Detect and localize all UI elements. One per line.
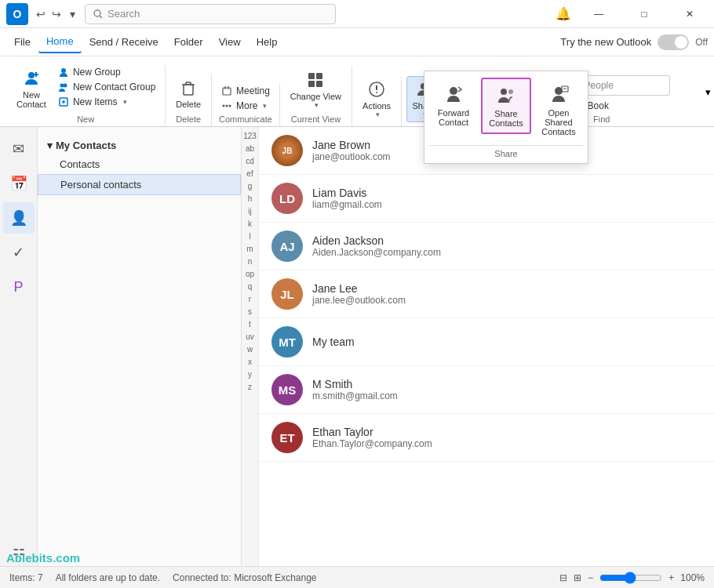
contact-item-3[interactable]: AJAiden JacksonAiden.Jackson@company.com [259, 223, 714, 270]
nav-tasks-icon[interactable]: ✓ [3, 237, 35, 268]
contact-avatar: MT [271, 326, 303, 358]
svg-point-43 [450, 87, 457, 95]
svg-rect-24 [308, 81, 315, 87]
svg-point-45 [508, 89, 513, 94]
sidebar-personal-contacts-item[interactable]: Personal contacts [38, 174, 241, 195]
new-items-button[interactable]: New Items ▾ [53, 95, 160, 109]
menu-view[interactable]: View [211, 31, 249, 53]
menu-folder[interactable]: Folder [166, 31, 211, 53]
my-contacts-chevron-icon: ▾ [47, 140, 53, 151]
index-w[interactable]: w [242, 343, 258, 356]
svg-rect-16 [223, 88, 231, 95]
contact-avatar: ET [271, 422, 303, 453]
index-ij[interactable]: ij [242, 205, 258, 218]
quick-access-dropdown[interactable]: ▾ [66, 8, 78, 20]
menubar: File Home Send / Receive Folder View Hel… [0, 28, 714, 56]
menu-help[interactable]: Help [249, 31, 286, 53]
index-r[interactable]: r [242, 293, 258, 306]
index-op[interactable]: op [242, 268, 258, 281]
open-shared-contacts-button[interactable]: Open Shared Contacts [534, 78, 583, 142]
actions-button[interactable]: Actions ▾ [357, 76, 396, 122]
zoom-minus-button[interactable]: − [588, 572, 593, 583]
change-view-button[interactable]: Change View ▾ [285, 67, 347, 113]
index-y[interactable]: y [242, 368, 258, 381]
share-dropdown-buttons: Forward Contact Share Contacts Open Shar… [429, 78, 583, 142]
layout-view-icon[interactable]: ⊟ [559, 572, 567, 583]
zoom-level: 100% [680, 572, 705, 583]
ribbon-communicate-row: Meeting More ▾ [217, 84, 275, 113]
nav-mail-icon[interactable]: ✉ [3, 133, 35, 165]
index-m[interactable]: m [242, 243, 258, 256]
my-contacts-header[interactable]: ▾ My Contacts [38, 136, 241, 154]
change-view-label: Change View [290, 92, 341, 101]
minimize-button[interactable]: — [581, 0, 617, 28]
contact-info: Aiden JacksonAiden.Jackson@company.com [312, 234, 701, 258]
index-h[interactable]: h [242, 193, 258, 205]
global-search[interactable]: Search [85, 4, 336, 24]
ribbon-find-label: Find [593, 114, 610, 126]
undo-button[interactable]: ↩ [35, 8, 47, 20]
new-group-button[interactable]: New Group [53, 65, 160, 79]
new-outlook-toggle[interactable] [658, 34, 689, 50]
icon-bar: ✉ 📅 👤 ✓ P ⚏ [0, 127, 38, 566]
index-ef[interactable]: ef [242, 168, 258, 180]
nav-people-icon[interactable]: 👤 [3, 202, 35, 234]
new-contact-button[interactable]: NewContact [11, 65, 52, 113]
change-view-dropdown-icon: ▾ [315, 101, 319, 109]
zoom-plus-button[interactable]: + [668, 572, 674, 583]
more-button[interactable]: More ▾ [217, 99, 275, 113]
index-l[interactable]: l [242, 230, 258, 243]
more-dropdown-icon: ▾ [263, 102, 267, 110]
index-g[interactable]: g [242, 180, 258, 193]
ribbon-collapse-button[interactable]: ▾ [705, 85, 711, 97]
contact-item-7[interactable]: ETEthan TaylorEthan.Taylor@company.com [259, 414, 714, 462]
menu-send-receive[interactable]: Send / Receive [82, 31, 166, 53]
index-x[interactable]: x [242, 356, 258, 368]
contact-item-5[interactable]: MTMy team [259, 318, 714, 366]
index-q[interactable]: q [242, 281, 258, 293]
contact-info: Ethan TaylorEthan.Taylor@company.com [312, 426, 701, 449]
contact-name: Aiden Jackson [312, 234, 701, 247]
forward-contact-button[interactable]: Forward Contact [429, 78, 478, 132]
index-t[interactable]: t [242, 318, 258, 331]
contact-list: JBJane Brownjane@outlook.comLDLiam Davis… [259, 127, 714, 566]
index-123[interactable]: 123 [242, 130, 258, 143]
close-button[interactable]: ✕ [672, 0, 708, 28]
try-new-outlook: Try the new Outlook Off [560, 34, 708, 50]
index-z[interactable]: z [242, 381, 258, 394]
menu-home[interactable]: Home [38, 31, 82, 53]
contact-item-4[interactable]: JLJane Leejane.lee@outlook.com [259, 270, 714, 318]
svg-point-2 [28, 72, 35, 78]
contact-item-6[interactable]: MSM Smithm.smith@gmail.com [259, 366, 714, 414]
titlebar: O ↩ ↪ ▾ Search 🔔 — □ ✕ [0, 0, 714, 28]
index-s[interactable]: s [242, 306, 258, 318]
index-k[interactable]: k [242, 218, 258, 230]
nav-notes-icon[interactable]: P [3, 271, 35, 303]
contact-name: Jane Lee [312, 282, 701, 295]
new-contact-group-button[interactable]: New Contact Group [53, 80, 160, 94]
zoom-slider[interactable] [599, 572, 662, 584]
maximize-button[interactable]: □ [626, 0, 662, 28]
notification-bell-icon[interactable]: 🔔 [556, 6, 571, 21]
nav-calendar-icon[interactable]: 📅 [3, 168, 35, 199]
ribbon-new-label: New [77, 114, 94, 126]
index-uv[interactable]: uv [242, 331, 258, 343]
svg-point-0 [94, 10, 100, 16]
sidebar-contacts-item[interactable]: Contacts [38, 154, 241, 174]
share-contacts-button[interactable]: Share Contacts [481, 78, 531, 134]
items-count: Items: 7 [9, 572, 43, 583]
index-ab[interactable]: ab [242, 143, 258, 155]
contact-item-2[interactable]: LDLiam Davisliam@gmail.com [259, 175, 714, 223]
redo-button[interactable]: ↪ [50, 8, 63, 20]
index-n[interactable]: n [242, 256, 258, 268]
index-cd[interactable]: cd [242, 155, 258, 168]
ribbon-group-current-view: Change View ▾ Current View [280, 67, 352, 126]
search-placeholder: Search [107, 8, 140, 20]
menu-file[interactable]: File [6, 31, 38, 53]
statusbar-right: ⊟ ⊞ − + 100% [559, 572, 705, 584]
compact-view-icon[interactable]: ⊞ [574, 572, 581, 583]
delete-button[interactable]: Delete [170, 74, 206, 113]
contact-name: Liam Davis [312, 187, 701, 199]
statusbar: Items: 7 All folders are up to date. Con… [0, 566, 714, 588]
meeting-button[interactable]: Meeting [217, 84, 275, 98]
